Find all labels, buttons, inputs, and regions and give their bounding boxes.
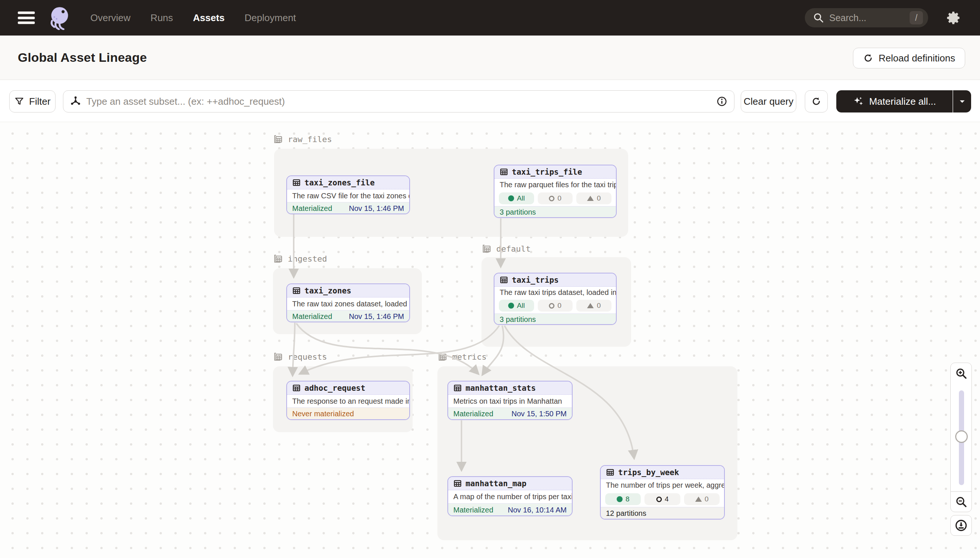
ring-icon: [656, 497, 662, 502]
asset-query-input[interactable]: [86, 96, 716, 107]
asset-group-icon: [273, 351, 283, 362]
partitions-failed-badge[interactable]: 0: [576, 192, 611, 204]
partition-health-badges: 8 4 0: [601, 491, 724, 507]
materialization-timestamp: Nov 15, 1:50 PM: [512, 410, 567, 418]
asset-node-taxi-trips-file[interactable]: taxi_trips_file The raw parquet files fo…: [494, 165, 617, 218]
asset-footer: 3 partitions: [494, 313, 616, 325]
partitions-missing-badge[interactable]: 0: [538, 192, 573, 204]
asset-query-input-wrap: [63, 90, 735, 113]
asset-name: trips_by_week: [618, 468, 679, 477]
materialization-timestamp: Nov 16, 10:14 AM: [508, 506, 567, 514]
status-badge: Materialized: [453, 410, 493, 418]
info-icon[interactable]: [716, 96, 727, 107]
nav-item-runs[interactable]: Runs: [150, 12, 173, 24]
page-header: Global Asset Lineage Reload definitions: [0, 36, 980, 80]
triangle-icon: [587, 303, 594, 308]
clear-query-button[interactable]: Clear query: [741, 90, 796, 113]
materialize-dropdown-caret[interactable]: [953, 90, 971, 113]
nav-item-overview[interactable]: Overview: [91, 12, 130, 24]
asset-node-taxi-zones[interactable]: taxi_zones The raw taxi zones dataset, l…: [286, 284, 410, 322]
green-dot-icon: [508, 303, 514, 309]
triangle-icon: [695, 497, 702, 502]
partitions-success-badge[interactable]: All: [499, 192, 534, 204]
materialize-all-button[interactable]: Materialize all...: [836, 90, 953, 113]
asset-node-trips-by-week[interactable]: trips_by_week The number of trips per we…: [600, 465, 725, 520]
asset-footer: Materialized Nov 15, 1:46 PM: [287, 310, 409, 322]
partitions-success-badge[interactable]: 8: [605, 493, 641, 505]
asset-group-icon: [273, 253, 283, 264]
search-input[interactable]: Search... /: [805, 8, 928, 27]
partition-count: 12 partitions: [606, 509, 646, 518]
asset-footer: Materialized Nov 15, 1:46 PM: [287, 202, 409, 214]
group-label-raw-files[interactable]: raw_files: [273, 134, 332, 144]
triangle-icon: [587, 196, 594, 201]
zoom-in-icon: [955, 367, 967, 380]
zoom-in-button[interactable]: [950, 363, 972, 384]
materialization-timestamp: Nov 15, 1:46 PM: [349, 204, 404, 213]
nav-item-deployment[interactable]: Deployment: [244, 12, 296, 24]
zoom-out-button[interactable]: [950, 491, 972, 512]
partition-count: 3 partitions: [500, 208, 536, 217]
partition-health-badges: All 0 0: [494, 298, 616, 313]
asset-description: The number of trips per week, aggreg...: [601, 479, 724, 491]
asset-name: adhoc_request: [305, 384, 365, 392]
asset-footer: Never materialized: [287, 407, 409, 420]
partitions-success-badge[interactable]: All: [499, 300, 534, 312]
asset-description: The raw taxi zones dataset, loaded int..…: [287, 297, 409, 310]
funnel-icon: [15, 97, 24, 106]
search-placeholder: Search...: [829, 13, 910, 23]
zoom-slider-thumb[interactable]: [955, 430, 968, 443]
asset-node-manhattan-stats[interactable]: manhattan_stats Metrics on taxi trips in…: [447, 381, 573, 420]
search-shortcut-badge: /: [910, 11, 923, 25]
zoom-out-icon: [955, 496, 967, 508]
asset-description: A map of the number of trips per taxi z.…: [448, 490, 572, 503]
asset-name: manhattan_stats: [466, 384, 536, 392]
asset-graph-icon: [70, 96, 81, 107]
asset-group-icon: [273, 134, 283, 144]
zoom-slider[interactable]: [950, 384, 972, 492]
download-image-button[interactable]: [950, 515, 972, 536]
refresh-icon: [811, 96, 822, 107]
reload-definitions-button[interactable]: Reload definitions: [853, 48, 965, 69]
table-icon: [453, 479, 462, 488]
settings-gear-icon[interactable]: [945, 10, 962, 26]
table-icon: [292, 178, 301, 187]
asset-footer: Materialized Nov 15, 1:50 PM: [448, 407, 572, 420]
asset-name: taxi_trips_file: [512, 167, 582, 177]
table-icon: [500, 167, 508, 176]
asset-description: The response to an request made in th...: [287, 395, 409, 407]
asset-node-taxi-trips[interactable]: taxi_trips The raw taxi trips dataset, l…: [494, 273, 617, 325]
page-title: Global Asset Lineage: [18, 50, 147, 65]
partitions-missing-badge[interactable]: 4: [644, 493, 680, 505]
asset-node-manhattan-map[interactable]: manhattan_map A map of the number of tri…: [447, 476, 573, 516]
partitions-failed-badge[interactable]: 0: [684, 493, 720, 505]
asset-footer: 3 partitions: [494, 206, 616, 218]
green-dot-icon: [617, 496, 623, 502]
materialization-timestamp: Nov 15, 1:46 PM: [349, 312, 404, 321]
partition-count: 3 partitions: [500, 315, 536, 324]
search-icon: [813, 12, 824, 23]
nav-item-assets[interactable]: Assets: [193, 12, 224, 24]
table-icon: [453, 384, 462, 392]
dagster-logo[interactable]: [47, 5, 71, 30]
asset-node-taxi-zones-file[interactable]: taxi_zones_file The raw CSV file for the…: [286, 176, 410, 214]
table-icon: [606, 468, 614, 477]
group-label-metrics[interactable]: metrics: [437, 351, 487, 362]
asset-node-adhoc-request[interactable]: adhoc_request The response to an request…: [286, 381, 410, 420]
partitions-failed-badge[interactable]: 0: [576, 300, 611, 312]
asset-description: Metrics on taxi trips in Manhattan: [448, 395, 572, 407]
status-badge: Never materialized: [292, 410, 354, 418]
refresh-icon: [863, 53, 873, 63]
asset-description: The raw CSV file for the taxi zones dat.…: [287, 189, 409, 202]
refresh-query-button[interactable]: [805, 90, 828, 113]
status-badge: Materialized: [292, 312, 332, 321]
group-label-ingested[interactable]: ingested: [273, 253, 327, 264]
asset-group-icon: [481, 243, 492, 254]
nav-links: Overview Runs Assets Deployment: [91, 12, 296, 24]
sparkles-icon: [853, 96, 864, 107]
group-label-requests[interactable]: requests: [273, 351, 327, 362]
partitions-missing-badge[interactable]: 0: [538, 300, 573, 312]
hamburger-menu-icon[interactable]: [18, 11, 35, 24]
filter-button[interactable]: Filter: [9, 90, 56, 113]
group-label-default[interactable]: default: [481, 243, 531, 254]
